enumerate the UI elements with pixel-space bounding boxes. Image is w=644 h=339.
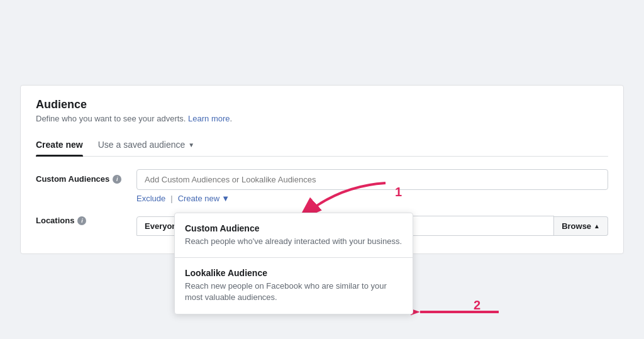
audience-card: Audience Define who you want to see your… bbox=[20, 85, 624, 254]
custom-audiences-input[interactable] bbox=[136, 169, 608, 190]
locations-label: Locations i bbox=[36, 211, 136, 225]
chevron-down-icon: ▼ bbox=[188, 142, 194, 148]
custom-audiences-input-area: Exclude | Create new ▼ Custom Audience R… bbox=[136, 169, 608, 203]
separator: | bbox=[170, 194, 172, 203]
exclude-link[interactable]: Exclude bbox=[136, 194, 165, 203]
chevron-up-icon: ▲ bbox=[594, 223, 600, 230]
custom-audiences-row: Custom Audiences i Exclude | Create new … bbox=[36, 169, 608, 203]
create-new-button[interactable]: Create new ▼ bbox=[178, 194, 230, 203]
custom-audiences-label: Custom Audiences i bbox=[36, 169, 136, 184]
tab-saved-audience[interactable]: Use a saved audience ▼ bbox=[98, 133, 194, 156]
custom-audience-title: Custom Audience bbox=[185, 223, 402, 233]
dropdown-divider bbox=[175, 257, 413, 258]
tab-create-new[interactable]: Create new bbox=[36, 133, 83, 156]
chevron-down-icon-small: ▼ bbox=[221, 194, 230, 203]
audience-dropdown: Custom Audience Reach people who've alre… bbox=[174, 213, 413, 314]
page-subtitle: Define who you want to see your adverts.… bbox=[36, 114, 608, 123]
lookalike-audience-title: Lookalike Audience bbox=[185, 268, 402, 278]
annotation-2: 2 bbox=[474, 298, 480, 313]
custom-audiences-info-icon[interactable]: i bbox=[113, 175, 121, 184]
locations-info-icon[interactable]: i bbox=[77, 216, 86, 225]
arrow-2-icon bbox=[411, 299, 511, 325]
browse-button[interactable]: Browse ▲ bbox=[554, 216, 608, 236]
page-title: Audience bbox=[36, 98, 608, 111]
section-header: Audience Define who you want to see your… bbox=[36, 98, 608, 123]
tabs-container: Create new Use a saved audience ▼ bbox=[36, 133, 608, 157]
dropdown-item-custom[interactable]: Custom Audience Reach people who've alre… bbox=[175, 216, 413, 255]
form-area: Custom Audiences i Exclude | Create new … bbox=[36, 157, 608, 253]
input-actions: Exclude | Create new ▼ Custom Audience R… bbox=[136, 194, 608, 203]
dropdown-item-lookalike[interactable]: Lookalike Audience Reach new people on F… bbox=[175, 260, 413, 311]
custom-audience-desc: Reach people who've already interacted w… bbox=[185, 236, 402, 247]
lookalike-audience-desc: Reach new people on Facebook who are sim… bbox=[185, 281, 402, 303]
learn-more-link[interactable]: Learn more bbox=[188, 114, 230, 123]
